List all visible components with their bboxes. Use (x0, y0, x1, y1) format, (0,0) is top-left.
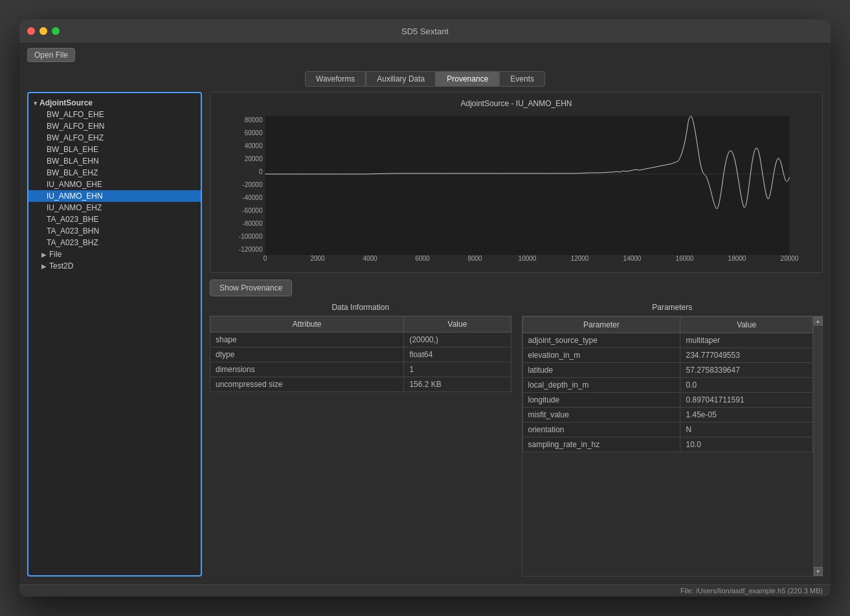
status-bar: File: /Users/lion/asdf_example.h5 (220.3… (19, 584, 831, 597)
table-row: elevation_in_m 234.777049553 (522, 348, 813, 363)
parameters-title: Parameters (522, 303, 823, 312)
table-row: local_depth_in_m 0.0 (522, 378, 813, 393)
expand-icon: ▶ (41, 251, 47, 258)
param-sampling-rate: sampling_rate_in_hz (522, 437, 680, 452)
tab-auxiliary-data[interactable]: Auxiliary Data (366, 71, 436, 87)
table-row: sampling_rate_in_hz 10.0 (522, 437, 813, 452)
traffic-lights (27, 27, 60, 35)
sidebar-item-ta-a023-bhe[interactable]: TA_A023_BHE (28, 214, 201, 225)
sidebar-item-bw-bla-ehz[interactable]: BW_BLA_EHZ (28, 167, 201, 179)
val-longitude: 0.897041711591 (680, 393, 813, 408)
open-file-button[interactable]: Open File (27, 48, 75, 62)
chart-area: 80000 60000 40000 20000 0 -20000 -40000 … (217, 111, 816, 266)
sidebar-item-label: BW_ALFO_EHN (47, 122, 104, 131)
sidebar-item-bw-alfo-ehe[interactable]: BW_ALFO_EHE (28, 109, 201, 120)
svg-text:-60000: -60000 (242, 207, 263, 214)
params-table-wrap[interactable]: Parameter Value adjoint_source_type mult… (522, 316, 814, 577)
table-row: uncompressed size 156.2 KB (210, 377, 511, 392)
val-dimensions: 1 (404, 362, 511, 377)
sidebar-item-bw-alfo-ehz[interactable]: BW_ALFO_EHZ (28, 132, 201, 144)
sidebar-item-ta-a023-bhz[interactable]: TA_A023_BHZ (28, 237, 201, 248)
val-local-depth: 0.0 (680, 378, 813, 393)
right-panel: AdjointSource - IU_ANMO_EHN 80000 60000 … (210, 92, 823, 577)
data-information-panel: Data Information Attribute Value shape (… (210, 303, 511, 577)
scrollbar-down-button[interactable]: ▼ (814, 567, 823, 576)
svg-text:16000: 16000 (676, 255, 694, 262)
attr-dimensions: dimensions (210, 362, 404, 377)
maximize-button[interactable] (52, 27, 60, 35)
data-section: Data Information Attribute Value shape (… (210, 303, 823, 577)
titlebar: SD5 Sextant (19, 19, 831, 43)
sidebar-item-bw-alfo-ehn[interactable]: BW_ALFO_EHN (28, 120, 201, 132)
svg-text:6000: 6000 (415, 255, 430, 262)
svg-text:20000: 20000 (781, 255, 799, 262)
sidebar-item-bw-bla-ehn[interactable]: BW_BLA_EHN (28, 155, 201, 167)
params-container: Parameter Value adjoint_source_type mult… (522, 316, 823, 577)
tab-waveforms[interactable]: Waveforms (305, 71, 366, 87)
tab-provenance[interactable]: Provenance (436, 71, 499, 87)
param-longitude: longitude (522, 393, 680, 408)
sidebar-item-iu-anmo-ehz[interactable]: IU_ANMO_EHZ (28, 202, 201, 214)
tabs-bar: Waveforms Auxiliary Data Provenance Even… (19, 67, 831, 92)
sidebar-item-ta-a023-bhn[interactable]: TA_A023_BHN (28, 225, 201, 237)
status-text: File: /Users/lion/asdf_example.h5 (220.3… (680, 587, 823, 595)
close-button[interactable] (27, 27, 35, 35)
sidebar-item-adjointsource[interactable]: ▾ AdjointSource (28, 97, 201, 109)
param-misfit-value: misfit_value (522, 408, 680, 423)
col-value: Value (680, 317, 813, 333)
sidebar-item-label: File (49, 250, 62, 259)
param-local-depth: local_depth_in_m (522, 378, 680, 393)
svg-text:80000: 80000 (245, 116, 263, 124)
val-latitude: 57.2758339647 (680, 363, 813, 378)
table-row: dimensions 1 (210, 362, 511, 377)
svg-text:20000: 20000 (245, 155, 263, 162)
scrollbar-up-button[interactable]: ▲ (814, 316, 823, 325)
table-row: latitude 57.2758339647 (522, 363, 813, 378)
svg-text:12000: 12000 (571, 255, 589, 262)
waveform-chart: 80000 60000 40000 20000 0 -20000 -40000 … (217, 111, 816, 266)
param-elevation: elevation_in_m (522, 348, 680, 363)
sidebar-item-label: BW_ALFO_EHE (47, 110, 104, 119)
svg-text:4000: 4000 (363, 255, 377, 262)
data-information-table: Attribute Value shape (20000,) dtype (210, 316, 511, 392)
sidebar-item-test2d[interactable]: ▶ Test2D (28, 260, 201, 272)
svg-text:40000: 40000 (245, 142, 263, 149)
sidebar-item-iu-anmo-ehn[interactable]: IU_ANMO_EHN (28, 190, 201, 202)
sidebar[interactable]: ▾ AdjointSource BW_ALFO_EHE BW_ALFO_EHN … (27, 92, 202, 577)
attr-dtype: dtype (210, 347, 404, 362)
svg-rect-11 (265, 116, 790, 255)
main-content: ▾ AdjointSource BW_ALFO_EHE BW_ALFO_EHN … (19, 92, 831, 584)
sidebar-item-file[interactable]: ▶ File (28, 248, 201, 260)
sidebar-item-bw-bla-ehe[interactable]: BW_BLA_EHE (28, 144, 201, 155)
col-value: Value (404, 316, 511, 333)
val-sampling-rate: 10.0 (680, 437, 813, 452)
val-shape: (20000,) (404, 333, 511, 347)
sidebar-item-label: BW_BLA_EHZ (47, 168, 98, 177)
svg-text:14000: 14000 (623, 255, 642, 262)
attr-shape: shape (210, 333, 404, 347)
val-adjoint-source-type: multitaper (680, 333, 813, 348)
sidebar-item-label: BW_ALFO_EHZ (47, 133, 104, 142)
parameters-table: Parameter Value adjoint_source_type mult… (522, 316, 814, 452)
col-attribute: Attribute (210, 316, 404, 333)
tab-events[interactable]: Events (499, 71, 545, 87)
sidebar-item-label: TA_A023_BHN (47, 226, 99, 236)
sidebar-item-label: TA_A023_BHE (47, 215, 99, 224)
sidebar-item-label: BW_BLA_EHE (47, 145, 98, 154)
data-information-title: Data Information (210, 303, 511, 312)
main-window: SD5 Sextant Open File Waveforms Auxiliar… (19, 19, 831, 597)
params-scrollbar: ▲ ▼ (814, 316, 823, 577)
table-row: adjoint_source_type multitaper (522, 333, 813, 348)
chart-container: AdjointSource - IU_ANMO_EHN 80000 60000 … (210, 92, 823, 273)
svg-text:8000: 8000 (467, 255, 482, 262)
attr-uncompressed-size: uncompressed size (210, 377, 404, 392)
val-dtype: float64 (404, 347, 511, 362)
param-latitude: latitude (522, 363, 680, 378)
toolbar: Open File (19, 43, 831, 67)
table-row: dtype float64 (210, 347, 511, 362)
sidebar-item-iu-anmo-ehe[interactable]: IU_ANMO_EHE (28, 179, 201, 190)
svg-text:0: 0 (263, 255, 267, 262)
minimize-button[interactable] (39, 27, 47, 35)
show-provenance-button[interactable]: Show Provenance (210, 280, 292, 296)
sidebar-item-label: Test2D (49, 261, 73, 270)
